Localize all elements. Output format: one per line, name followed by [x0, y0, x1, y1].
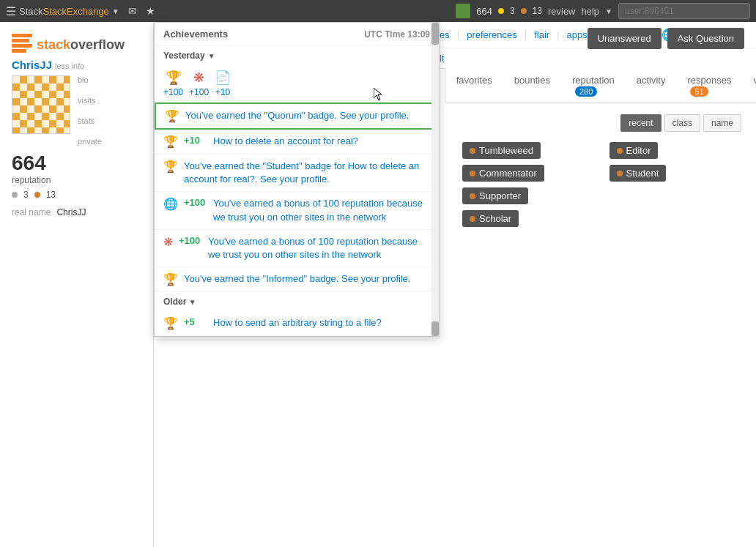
filter-class[interactable]: class [664, 114, 700, 132]
less-info-link[interactable]: less info [55, 62, 84, 70]
rep-plus100-2: +100 [179, 235, 202, 246]
preferences-link[interactable]: preferences [467, 29, 517, 40]
reputation-pill: 280 [575, 86, 597, 97]
badge-tag-supporter[interactable]: Supporter [462, 187, 528, 204]
stats-label: stats [78, 116, 102, 125]
visits-label: visits [78, 96, 102, 105]
profile-username[interactable]: ChrisJJ [12, 59, 52, 71]
achievements-title: Achievements [163, 29, 228, 40]
help-dropdown-icon[interactable]: ▼ [605, 7, 612, 15]
ach-row-bonus2[interactable]: ❋ +100 You've earned a bonus of 100 repu… [155, 230, 439, 267]
badge-tag-student[interactable]: Student [609, 165, 667, 182]
tab-reputation[interactable]: reputation 280 [561, 68, 626, 103]
private-label: private [78, 137, 102, 146]
ach-row-bonus1[interactable]: 🌐 +100 You've earned a bonus of 100 repu… [155, 192, 439, 229]
bronze-badge-dot [521, 8, 527, 14]
filter-name[interactable]: name [703, 114, 741, 132]
ach-row-text-quorum: You've earned the "Quorum" badge. See yo… [185, 109, 409, 122]
review-link[interactable]: review [548, 6, 576, 17]
avatar [12, 75, 70, 134]
top-action-buttons: Unanswered Ask Question [576, 22, 756, 55]
bio-label: bio [78, 75, 102, 84]
bronze-dot-profile [34, 192, 40, 198]
filter-recent[interactable]: recent [620, 114, 661, 132]
ach-row-text-student: You've earned the "Student" badge for Ho… [184, 160, 430, 186]
real-name-row: real name ChrisJJ [12, 207, 141, 217]
trophy-icon-row3: 🏆 [163, 160, 178, 174]
dropdown-icon[interactable]: ▼ [112, 7, 119, 15]
badge-tag-tumbleweed[interactable]: Tumbleweed [462, 142, 541, 159]
ach-icon-item-1: 🏆 +100 [163, 70, 183, 97]
ach-row-text-bonus2: You've earned a bonus of 100 reputation … [208, 235, 430, 261]
ach-row-delete[interactable]: 🏆 +10 How to delete an account for real? [155, 130, 439, 155]
reputation-label: reputation [12, 175, 141, 185]
flair-link[interactable]: flair [534, 29, 549, 40]
yesterday-arrow: ▼ [208, 52, 215, 60]
red-badge-icon-row: ❋ [163, 235, 173, 249]
trophy-icon-1: 🏆 [166, 70, 182, 86]
rep-display: 664 [476, 6, 492, 17]
ach-row-text-delete: How to delete an account for real? [213, 135, 358, 148]
scrollbar-thumb-bottom[interactable] [431, 321, 439, 336]
silver-dot [12, 192, 18, 198]
site-logo: stackoverflow [12, 34, 141, 53]
ach-row-text-older: How to send an arbitrary string to a fil… [213, 316, 382, 330]
profile-sidebar: stackoverflow ChrisJJ less info bio visi… [0, 22, 154, 547]
tab-bounties[interactable]: bounties [503, 68, 561, 103]
tab-responses[interactable]: responses 51 [676, 68, 742, 103]
list-item: Student [609, 165, 742, 182]
real-name-label: real name [12, 207, 51, 217]
list-item: Editor [609, 142, 742, 159]
ask-question-button[interactable]: Ask Question [667, 28, 744, 49]
badge-tag-commentator[interactable]: Commentator [462, 165, 544, 182]
list-item: Scholar [462, 210, 595, 227]
badge-filters: recent class name [620, 114, 741, 132]
tab-votes[interactable]: votes [742, 68, 756, 103]
silver-count: 3 [23, 190, 29, 200]
tab-activity[interactable]: activity [626, 68, 677, 103]
hamburger-icon[interactable]: ☰ [6, 4, 16, 18]
yesterday-header: Yesterday ▼ [155, 46, 439, 65]
trophy-icon-older: 🏆 [163, 316, 178, 330]
ach-row-text-bonus1: You've earned a bonus of 100 reputation … [213, 197, 430, 223]
inbox-icon[interactable]: ✉ [128, 5, 137, 17]
rep-plus100-1: +100 [184, 197, 207, 208]
scrollbar-thumb[interactable] [431, 23, 439, 45]
utc-time: UTC Time 13:09 [364, 29, 430, 40]
ach-row-informed[interactable]: 🏆 You've earned the "Informed" badge. Se… [155, 267, 439, 292]
rep-plus10: +10 [184, 135, 207, 146]
ach-icon-item-2: ❋ +100 [189, 70, 209, 97]
badges-row: 3 13 [12, 190, 141, 200]
achievements-list: Yesterday ▼ 🏆 +100 ❋ +100 📄 +10 🏆 You've… [155, 46, 439, 336]
ach-row-older[interactable]: 🏆 +5 How to send an arbitrary string to … [155, 311, 439, 336]
ach-row-text-informed: You've earned the "Informed" badge. See … [184, 272, 411, 286]
gold-badge-count: 3 [510, 6, 515, 16]
trophy-icon-row4: 🏆 [163, 272, 178, 286]
search-input[interactable] [618, 3, 750, 19]
unanswered-button[interactable]: Unanswered [588, 28, 662, 49]
badge-tag-scholar[interactable]: Scholar [462, 210, 519, 227]
ach-icon-item-3: 📄 +10 [215, 70, 231, 97]
top-navigation: ☰ StackStackExchange ▼ ✉ ★ 664 3 13 revi… [0, 0, 756, 22]
bronze-badge-count: 13 [533, 6, 542, 16]
badge-col-2: Tumbleweed Commentator Supporter [462, 142, 595, 227]
list-item: Supporter [462, 187, 595, 204]
responses-pill: 51 [690, 86, 708, 97]
ach-row-student[interactable]: 🏆 You've earned the "Student" badge for … [155, 155, 439, 192]
rep-plus5: +5 [184, 316, 207, 327]
help-link[interactable]: help [582, 6, 600, 17]
doc-icon: 📄 [215, 70, 231, 86]
real-name-value: ChrisJJ [56, 207, 86, 217]
site-name-label[interactable]: StackStackExchange [19, 6, 109, 17]
ach-row-quorum[interactable]: 🏆 You've earned the "Quorum" badge. See … [155, 103, 439, 130]
reputation-number: 664 [12, 152, 141, 175]
tab-favorites[interactable]: favorites [445, 68, 503, 103]
achievements-icon[interactable]: ★ [146, 5, 155, 17]
badge-col-3: Editor Student [609, 142, 742, 182]
scrollbar-track[interactable] [431, 23, 439, 336]
badge-tag-editor[interactable]: Editor [609, 142, 659, 159]
achievements-icons-row: 🏆 +100 ❋ +100 📄 +10 [155, 65, 439, 103]
globe-icon-row: 🌐 [163, 197, 178, 211]
trophy-icon-row2: 🏆 [163, 135, 178, 149]
achievements-dropdown: Achievements UTC Time 13:09 Yesterday ▼ … [154, 22, 440, 337]
